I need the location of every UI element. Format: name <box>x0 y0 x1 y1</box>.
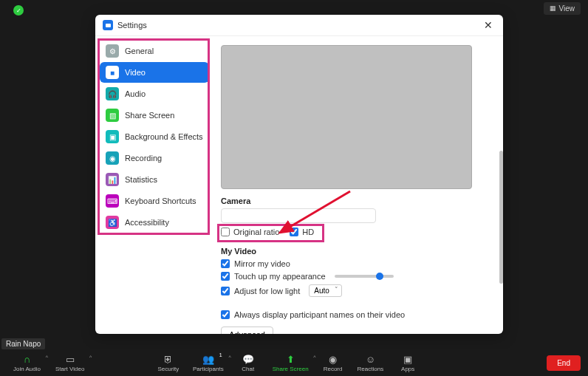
record-icon: ◉ <box>329 354 337 365</box>
gear-icon: ⚙ <box>106 44 119 58</box>
zoom-app-icon <box>103 20 113 30</box>
statistics-icon: 📊 <box>106 173 119 186</box>
share-screen-button[interactable]: ⬆ Share Screen ^ <box>267 352 315 374</box>
sidebar-item-label: General <box>125 47 154 55</box>
camera-select[interactable] <box>221 208 376 223</box>
settings-main-panel: Camera Original ratio HD My Video <box>213 36 503 334</box>
start-video-button[interactable]: ▭ Start Video ^ <box>49 352 90 374</box>
low-light-label: Adjust for low light <box>234 287 300 295</box>
start-video-label: Start Video <box>55 366 84 372</box>
sidebar-item-share-screen[interactable]: ▧Share Screen <box>100 105 209 126</box>
participants-icon: 👥 <box>202 354 214 365</box>
mirror-video-checkbox[interactable] <box>221 259 230 268</box>
participants-count: 1 <box>219 352 222 358</box>
sidebar-item-keyboard[interactable]: ⌨Keyboard Shortcuts <box>100 191 209 211</box>
low-light-mode-select[interactable]: Auto <box>309 284 342 297</box>
share-screen-icon: ▧ <box>106 109 119 122</box>
sidebar-item-background[interactable]: ▣Background & Effects <box>100 126 209 147</box>
original-ratio-label: Original ratio <box>233 228 279 236</box>
apps-icon: ▣ <box>403 354 412 365</box>
reactions-icon: ☺ <box>366 354 375 365</box>
apps-button[interactable]: ▣ Apps <box>391 352 425 374</box>
headphones-icon: 🎧 <box>106 87 119 100</box>
my-video-section-label: My Video <box>221 247 491 256</box>
video-icon: ■ <box>106 66 119 79</box>
user-name-badge: Rain Napo <box>1 338 45 349</box>
end-button[interactable]: End <box>547 355 581 371</box>
display-names-checkbox[interactable] <box>221 310 230 319</box>
chevron-up-icon[interactable]: ^ <box>89 355 92 360</box>
camera-section-label: Camera <box>221 196 491 205</box>
touch-up-label: Touch up my appearance <box>234 272 326 281</box>
display-names-label: Always display participant names on thei… <box>234 310 405 319</box>
join-audio-button[interactable]: ∩ Join Audio ^ <box>7 352 47 374</box>
chat-icon: 💬 <box>242 354 254 365</box>
settings-sidebar: ⚙General ■Video 🎧Audio ▧Share Screen ▣Ba… <box>100 41 209 233</box>
encryption-shield-icon[interactable]: ✓ <box>13 5 24 16</box>
share-screen-icon: ⬆ <box>287 354 295 365</box>
video-preview <box>221 45 472 189</box>
headphones-icon: ∩ <box>24 354 30 365</box>
original-ratio-checkbox[interactable] <box>221 228 230 236</box>
sidebar-item-label: Statistics <box>125 175 157 184</box>
sidebar-item-label: Accessibility <box>125 218 169 227</box>
join-audio-label: Join Audio <box>13 366 41 372</box>
close-button[interactable]: ✕ <box>481 19 496 31</box>
sidebar-item-audio[interactable]: 🎧Audio <box>100 83 209 104</box>
sidebar-item-accessibility[interactable]: ♿Accessibility <box>100 212 209 233</box>
sidebar-item-label: Background & Effects <box>125 132 203 141</box>
sidebar-item-label: Recording <box>125 154 162 163</box>
record-label: Record <box>324 366 343 372</box>
chat-label: Chat <box>242 366 254 372</box>
participants-label: Participants <box>193 366 224 372</box>
hd-label: HD <box>302 228 314 236</box>
sidebar-item-label: Keyboard Shortcuts <box>125 196 196 205</box>
recording-icon: ◉ <box>106 151 119 165</box>
share-screen-label: Share Screen <box>273 366 309 372</box>
sidebar-item-general[interactable]: ⚙General <box>100 41 209 61</box>
sidebar-item-label: Video <box>125 68 146 77</box>
apps-label: Apps <box>401 366 414 372</box>
dialog-title: Settings <box>117 21 481 30</box>
advanced-button[interactable]: Advanced <box>221 327 273 334</box>
keyboard-icon: ⌨ <box>106 194 119 208</box>
dialog-header: Settings ✕ <box>95 15 503 36</box>
view-label: View <box>559 4 575 13</box>
sidebar-item-label: Share Screen <box>125 111 174 120</box>
security-button[interactable]: ⛨ Security <box>151 352 185 374</box>
scrollbar[interactable] <box>499 151 503 284</box>
sidebar-item-statistics[interactable]: 📊Statistics <box>100 169 209 190</box>
sidebar-item-video[interactable]: ■Video <box>100 62 209 83</box>
shield-icon: ⛨ <box>163 354 173 365</box>
touch-up-checkbox[interactable] <box>221 272 230 281</box>
touch-up-slider[interactable] <box>335 275 394 278</box>
low-light-checkbox[interactable] <box>221 287 230 295</box>
video-off-icon: ▭ <box>66 354 75 365</box>
reactions-button[interactable]: ☺ Reactions <box>352 352 390 374</box>
reactions-label: Reactions <box>358 366 384 372</box>
chevron-up-icon[interactable]: ^ <box>46 355 48 360</box>
settings-dialog: Settings ✕ ⚙General ■Video 🎧Audio ▧Share… <box>95 15 503 334</box>
sidebar-item-label: Audio <box>125 89 146 98</box>
mirror-video-label: Mirror my video <box>234 259 290 268</box>
chat-button[interactable]: 💬 Chat <box>231 352 265 374</box>
background-icon: ▣ <box>106 130 119 143</box>
sidebar-item-recording[interactable]: ◉Recording <box>100 148 209 168</box>
hd-checkbox[interactable] <box>290 228 298 236</box>
record-button[interactable]: ◉ Record <box>316 352 350 374</box>
view-button[interactable]: View <box>544 2 581 15</box>
meeting-toolbar: ∩ Join Audio ^ ▭ Start Video ^ ⛨ Securit… <box>0 349 588 376</box>
participants-button[interactable]: 👥 1 Participants ^ <box>187 352 230 374</box>
accessibility-icon: ♿ <box>106 216 119 229</box>
security-label: Security <box>157 366 179 372</box>
